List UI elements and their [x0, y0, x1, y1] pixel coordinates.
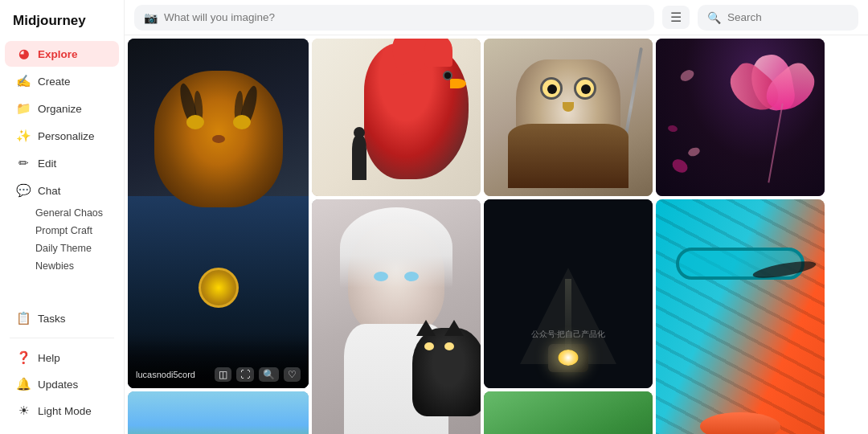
sun-icon: ☀ — [16, 403, 31, 418]
chat-icon: 💬 — [16, 183, 31, 198]
sidebar-item-tasks-label: Tasks — [38, 313, 66, 325]
card-save-btn[interactable]: ⛶ — [236, 367, 254, 382]
sidebar-item-prompt-craft[interactable]: Prompt Craft — [29, 222, 124, 240]
gallery-grid: lucasnodi5cord ◫ ⛶ 🔍 ♡ — [125, 35, 868, 434]
gallery-card-woman[interactable] — [312, 199, 481, 435]
gallery-card-landscape[interactable] — [128, 391, 309, 434]
sidebar-item-chat[interactable]: 💬 Chat — [5, 178, 119, 203]
create-icon: ✍ — [16, 74, 31, 88]
sidebar-item-chat-label: Chat — [38, 185, 61, 197]
sidebar-item-personalize-label: Personalize — [38, 130, 95, 142]
sidebar-item-newbies[interactable]: Newbies — [29, 257, 124, 275]
sidebar-item-edit[interactable]: ✏ Edit — [5, 150, 119, 176]
bell-icon: 🔔 — [16, 377, 31, 391]
sidebar-item-create[interactable]: ✍ Create — [5, 68, 119, 94]
sidebar: Midjourney ◕ Explore ✍ Create 📁 Organize… — [0, 0, 125, 434]
gallery-card-spotlight[interactable]: 公众号·把自己产品化 — [484, 199, 653, 389]
sidebar-item-create-label: Create — [38, 76, 71, 88]
app-logo: Midjourney — [0, 10, 124, 40]
sidebar-item-explore-label: Explore — [38, 48, 78, 60]
chat-submenu: General Chaos Prompt Craft Daily Theme N… — [0, 204, 124, 275]
sidebar-item-organize[interactable]: 📁 Organize — [5, 96, 119, 121]
sidebar-item-personalize[interactable]: ✨ Personalize — [5, 123, 119, 149]
search-icon: 🔍 — [707, 11, 721, 24]
sidebar-item-edit-label: Edit — [38, 158, 56, 170]
gallery-card-owl[interactable] — [484, 39, 653, 196]
sidebar-item-daily-theme[interactable]: Daily Theme — [29, 240, 124, 257]
watermark-text: 公众号·把自己产品化 — [484, 329, 653, 340]
gallery-card-green[interactable] — [484, 391, 653, 434]
topbar: 📷 ☰ 🔍 — [125, 0, 868, 35]
card-username-tiger: lucasnodi5cord — [136, 370, 195, 379]
folder-icon: 📁 — [16, 101, 31, 116]
sparkle-icon: ✨ — [16, 129, 31, 143]
card-actions-tiger: ◫ ⛶ 🔍 ♡ — [215, 367, 301, 382]
card-footer-tiger: lucasnodi5cord ◫ ⛶ 🔍 ♡ — [136, 367, 301, 382]
compass-icon: ◕ — [16, 47, 31, 61]
sidebar-item-updates[interactable]: 🔔 Updates — [5, 371, 119, 397]
sidebar-item-light-mode-label: Light Mode — [38, 405, 92, 417]
sidebar-item-general-chaos[interactable]: General Chaos — [29, 204, 124, 222]
sidebar-item-help[interactable]: ❓ Help — [5, 345, 119, 371]
search-input[interactable] — [727, 11, 849, 23]
card-search-btn[interactable]: 🔍 — [259, 367, 279, 382]
sidebar-item-help-label: Help — [38, 352, 60, 364]
tasks-icon: 📋 — [16, 311, 31, 326]
sidebar-item-organize-label: Organize — [38, 103, 82, 115]
main-content: 📷 ☰ 🔍 — [125, 0, 868, 434]
image-icon: 📷 — [144, 11, 158, 24]
card-like-btn[interactable]: ♡ — [284, 367, 301, 382]
sidebar-item-tasks[interactable]: 📋 Tasks — [5, 305, 119, 331]
help-icon: ❓ — [16, 350, 31, 365]
sidebar-item-explore[interactable]: ◕ Explore — [5, 41, 119, 67]
imagine-search-input[interactable] — [164, 11, 645, 23]
card-grid-btn[interactable]: ◫ — [215, 367, 231, 382]
sidebar-divider — [10, 338, 114, 338]
sidebar-item-light-mode[interactable]: ☀ Light Mode — [5, 398, 119, 424]
sidebar-bottom: 📋 Tasks ❓ Help 🔔 Updates ☀ Light Mode — [0, 305, 124, 424]
gallery-card-rooster[interactable] — [312, 39, 481, 196]
filter-button[interactable]: ☰ — [662, 6, 690, 29]
search-box[interactable]: 🔍 — [698, 5, 858, 31]
imagine-search-box[interactable]: 📷 — [134, 5, 654, 31]
gallery-card-flower[interactable] — [656, 39, 825, 196]
sidebar-item-updates-label: Updates — [38, 379, 78, 391]
pencil-icon: ✏ — [16, 156, 31, 170]
gallery-card-tiger[interactable]: lucasnodi5cord ◫ ⛶ 🔍 ♡ — [128, 39, 309, 388]
gallery-card-face[interactable] — [656, 199, 825, 435]
